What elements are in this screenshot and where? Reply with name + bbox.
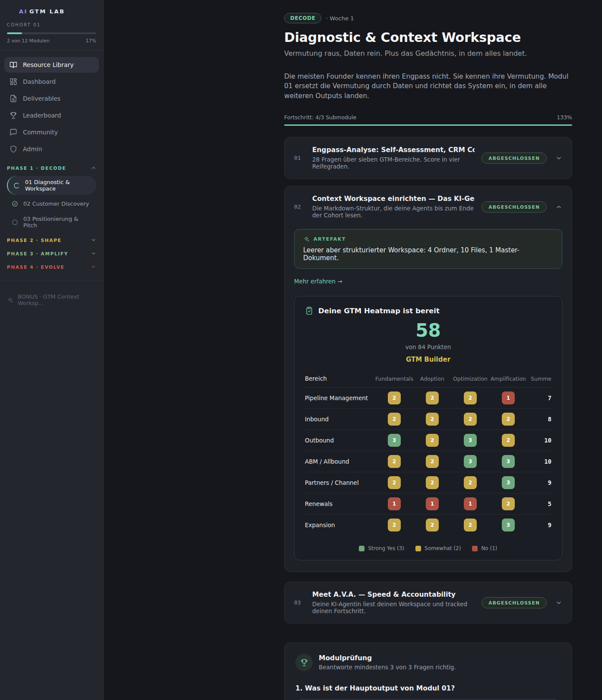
column-header: Fundamentals [375,375,413,382]
chevron-down-icon [91,264,96,270]
row-label: Renewals [305,500,375,507]
brand-rest: GTM LAB [29,8,65,15]
phase-3-header[interactable]: PHASE 3 · AMPLIFY [7,247,96,260]
score-chip: 2 [464,413,477,426]
phase-1-label: PHASE 1 · DECODE [7,165,66,171]
legend-swatch [415,546,421,551]
row-sum: 10 [527,458,551,465]
sidebar-item-dashboard[interactable]: Dashboard [4,74,99,89]
heatmap-score-caption: von 84 Punkten [305,344,551,350]
module-item-label: 01 Diagnostic & Workspace [25,179,92,192]
file-text-icon [10,95,17,102]
phase-2-header[interactable]: PHASE 2 · SHAPE [7,233,96,247]
submodule-02-header[interactable]: 02 Context Workspace einrichten — Das KI… [285,186,572,227]
submodule-01-header[interactable]: 01 Engpass-Analyse: Self-Assessment, CRM… [285,137,572,178]
score-chip: 2 [502,434,515,447]
phase-4-header[interactable]: PHASE 4 · EVOLVE [7,260,96,274]
nav-label: Resource Library [23,61,74,68]
submodule-number: 01 [294,155,305,161]
nav-label: Admin [23,146,42,153]
app-root: AIGTM LAB COHORT 01 2 von 12 Modulen 17%… [0,0,602,700]
cohort-label: COHORT 01 [0,22,103,32]
artefakt-text: Leerer aber strukturierter Workspace: 4 … [303,246,553,262]
sidebar-divider [0,280,103,280]
clipboard-check-icon [305,306,314,315]
heatmap-tier: GTM Builder [305,356,551,363]
sidebar-item-bonus-workspace[interactable]: BONUS · GTM Context Worksp… [0,287,103,313]
sidebar: AIGTM LAB COHORT 01 2 von 12 Modulen 17%… [0,0,104,700]
row-label: Inbound [305,416,375,423]
score-chip: 2 [388,519,401,531]
trophy-icon [10,111,17,119]
sidebar-item-leaderboard[interactable]: Leaderboard [4,108,99,123]
legend-label: Strong Yes (3) [368,545,404,551]
sidebar-item-admin[interactable]: Admin [4,141,99,157]
column-header: Summe [527,375,551,382]
logo-icon [7,7,16,16]
sidebar-item-community[interactable]: Community [4,124,99,140]
score-chip: 2 [426,519,439,531]
heatmap-title: Deine GTM Heatmap ist bereit [318,307,440,315]
score-chip: 3 [502,455,515,468]
score-chip: 2 [464,519,477,531]
module-item-label: 03 Positionierung & Pitch [23,216,92,229]
phase-4-label: PHASE 4 · EVOLVE [7,264,64,270]
module-item-03-positionierung-pitch[interactable]: 03 Positionierung & Pitch [7,213,96,232]
row-label: Pipeline Management [305,395,375,401]
more-link[interactable]: Mehr erfahren → [294,278,342,285]
column-header: Optimization [451,375,489,382]
heatmap-row-inbound: Inbound 2 2 2 2 8 [305,409,551,430]
score-chip: 1 [426,497,439,510]
score-chip: 2 [388,455,401,468]
submodule-card-03: 03 Meet A.V.A. — Speed & Accountability … [284,582,572,624]
submodule-03-header[interactable]: 03 Meet A.V.A. — Speed & Accountability … [285,582,572,623]
score-chip: 3 [464,434,477,447]
score-chip: 2 [388,413,401,426]
status-badge: ABGESCHLOSSEN [482,201,547,213]
heatmap-table: Bereich Fundamentals Adoption Optimizati… [305,375,551,535]
sparkles-icon [303,236,310,242]
chevron-down-icon[interactable] [555,155,562,162]
module-progress-fill [284,124,572,126]
score-chip: 2 [388,476,401,489]
row-sum: 7 [527,395,551,401]
check-circle-icon [11,200,19,207]
phase-list: PHASE 1 · DECODE 01 Diagnostic & Workspa… [0,157,103,274]
chevron-down-icon [91,251,96,256]
score-chip: 3 [388,434,401,447]
cohort-progress-percent: 17% [86,38,96,44]
submodule-number: 03 [294,599,305,606]
intro-paragraph: Die meisten Founder kennen ihren Engpass… [284,72,572,101]
score-chip: 1 [388,497,401,510]
row-sum: 10 [527,437,551,444]
phase-2-label: PHASE 2 · SHAPE [7,238,61,243]
dashboard-icon [10,78,17,86]
module-item-01-diagnostic-workspace[interactable]: 01 Diagnostic & Workspace [7,176,96,195]
module-item-02-customer-discovery[interactable]: 02 Customer Discovery [7,197,96,210]
page-title: Diagnostic & Context Workspace [284,30,572,45]
chevron-up-icon[interactable] [555,204,562,210]
phase-badge: DECODE [284,13,321,23]
quiz-question: 1. Was ist der Hauptoutput von Modul 01? [295,684,561,692]
module-item-label: 02 Customer Discovery [23,200,89,207]
heatmap-header-row: Bereich Fundamentals Adoption Optimizati… [305,375,551,388]
legend-swatch [359,546,364,551]
row-sum: 9 [527,522,551,528]
artefakt-label: ARTEFAKT [314,236,346,242]
brand-name: AIGTM LAB [19,8,65,15]
heatmap-legend: Strong Yes (3) Somewhat (2) No (1) [305,545,551,551]
phase-1-header[interactable]: PHASE 1 · DECODE [7,161,96,175]
sparkles-icon [7,297,13,303]
score-chip: 2 [426,391,439,404]
sidebar-item-deliverables[interactable]: Deliverables [4,91,99,106]
chevron-down-icon[interactable] [555,599,562,606]
breadcrumb: DECODE · Woche 1 [284,13,572,23]
sidebar-item-resource-library[interactable]: Resource Library [4,57,99,73]
row-label: Expansion [305,522,375,528]
legend-item-strong-yes: Strong Yes (3) [359,545,404,551]
trophy-icon [300,659,308,667]
column-header: Bereich [305,375,375,382]
main-area: DECODE · Woche 1 Diagnostic & Context Wo… [104,0,602,700]
quiz-subtitle: Beantworte mindestens 3 von 3 Fragen ric… [319,664,456,671]
legend-label: Somewhat (2) [425,545,461,551]
